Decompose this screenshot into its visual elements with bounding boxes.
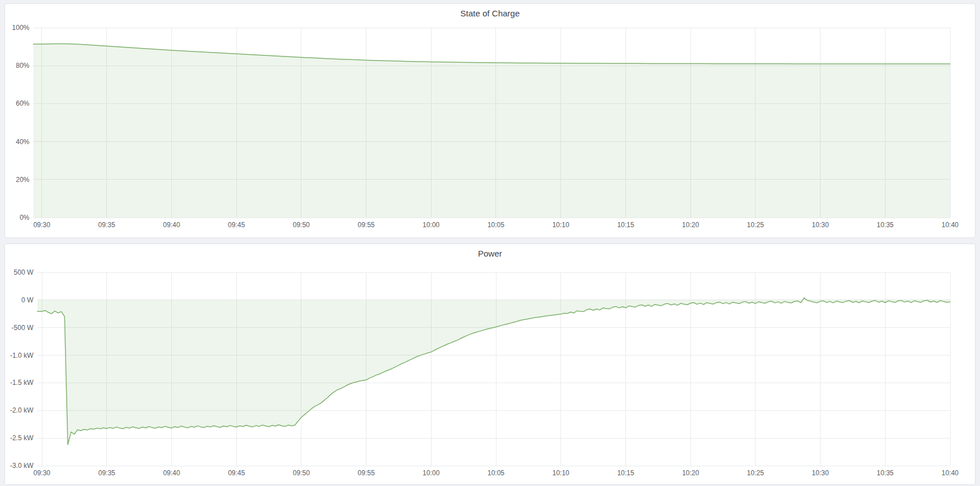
svg-text:0%: 0%: [20, 214, 30, 222]
svg-text:-3.0 kW: -3.0 kW: [10, 462, 34, 470]
svg-text:10:10: 10:10: [552, 469, 569, 477]
svg-text:09:55: 09:55: [358, 469, 375, 477]
svg-text:10:40: 10:40: [942, 469, 959, 477]
svg-text:-500 W: -500 W: [11, 324, 33, 332]
svg-text:10:20: 10:20: [682, 221, 699, 229]
svg-text:-1.5 kW: -1.5 kW: [10, 379, 34, 387]
svg-text:10:35: 10:35: [877, 221, 893, 229]
svg-text:09:45: 09:45: [228, 221, 245, 229]
panel-state-of-charge: State of Charge 100%80%60%40%20%0%09:300…: [5, 3, 975, 238]
svg-text:10:35: 10:35: [877, 469, 893, 477]
svg-text:09:30: 09:30: [33, 221, 50, 229]
panel-title-state-of-charge[interactable]: State of Charge: [5, 4, 975, 23]
svg-text:10:25: 10:25: [747, 469, 764, 477]
svg-text:09:45: 09:45: [228, 469, 245, 477]
svg-text:10:05: 10:05: [487, 469, 504, 477]
svg-text:09:55: 09:55: [358, 221, 375, 229]
svg-text:20%: 20%: [16, 176, 29, 184]
svg-text:09:30: 09:30: [33, 469, 50, 477]
svg-text:10:15: 10:15: [617, 469, 634, 477]
svg-text:10:00: 10:00: [422, 221, 439, 229]
svg-text:09:40: 09:40: [163, 469, 180, 477]
svg-text:09:40: 09:40: [163, 221, 180, 229]
power-chart[interactable]: 500 W0 W-500 W-1.0 kW-1.5 kW-2.0 kW-2.5 …: [5, 263, 975, 484]
svg-text:10:15: 10:15: [617, 221, 634, 229]
svg-text:09:35: 09:35: [98, 221, 115, 229]
svg-text:0 W: 0 W: [21, 296, 34, 304]
svg-text:10:20: 10:20: [682, 469, 699, 477]
svg-text:09:50: 09:50: [293, 469, 310, 477]
svg-text:10:05: 10:05: [487, 221, 504, 229]
svg-text:10:00: 10:00: [422, 469, 439, 477]
soc-chart[interactable]: 100%80%60%40%20%0%09:3009:3509:4009:4509…: [5, 23, 975, 237]
svg-text:-2.5 kW: -2.5 kW: [10, 434, 34, 442]
panel-power: Power 500 W0 W-500 W-1.0 kW-1.5 kW-2.0 k…: [5, 244, 975, 485]
svg-text:-2.0 kW: -2.0 kW: [10, 406, 34, 414]
svg-text:10:25: 10:25: [747, 221, 764, 229]
svg-text:-1.0 kW: -1.0 kW: [10, 352, 34, 359]
svg-text:80%: 80%: [16, 62, 29, 70]
svg-text:10:30: 10:30: [812, 221, 829, 229]
panel-title-power[interactable]: Power: [5, 244, 975, 263]
svg-text:10:30: 10:30: [812, 469, 829, 477]
svg-text:60%: 60%: [16, 99, 29, 107]
svg-text:09:35: 09:35: [98, 469, 115, 477]
dashboard-root: { "page": { "background": "#f0f1f5", "pa…: [0, 0, 980, 486]
svg-text:40%: 40%: [16, 138, 29, 146]
svg-text:10:40: 10:40: [942, 221, 959, 229]
svg-text:10:10: 10:10: [552, 221, 569, 229]
svg-text:500 W: 500 W: [14, 268, 33, 276]
svg-text:100%: 100%: [12, 24, 29, 32]
svg-text:09:50: 09:50: [293, 221, 310, 229]
